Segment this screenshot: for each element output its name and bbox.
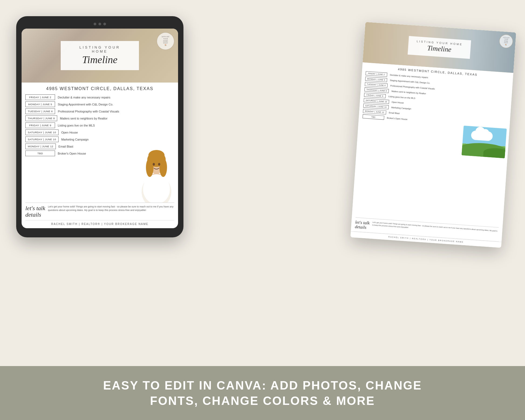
agent-line: RACHEL SMITH | REALTOR® | YOUR BROKERAGE… xyxy=(22,220,178,228)
logo-circle: LET'S GETYOURHOMESOLD!🏠 xyxy=(157,32,174,50)
right-badge-5: FRIDAY | JUNE 9 xyxy=(364,93,386,98)
right-badge-2: MONDAY | JUNE 5 xyxy=(365,77,387,82)
tablet-flyer-content: LISTING YOUR HOME Timeline LET'S GETYOUR… xyxy=(22,29,178,228)
right-badge-3: TUESDAY | JUNE 6 xyxy=(365,82,388,88)
task-5: Listing goes live on the MLS xyxy=(58,124,95,127)
bottom-banner: EASY TO EDIT IN CANVA: ADD PHOTOS, CHANG… xyxy=(0,366,525,420)
camera-dot-3 xyxy=(103,23,106,25)
right-lets-talk: let's talk details xyxy=(355,220,370,230)
svg-point-5 xyxy=(146,158,154,177)
camera-dot-2 xyxy=(98,23,101,25)
svg-point-6 xyxy=(159,158,167,177)
right-badge-4: THURSDAY | JUNE 8 xyxy=(364,87,389,93)
right-task-9: Broker's Open House xyxy=(387,117,408,121)
right-badge-6: SATURDAY | JUNE 10 xyxy=(364,98,389,104)
right-badge-1: FRIDAY | JUNE 2 xyxy=(366,71,387,77)
flyer-address: 4985 Westmont Circle, Dallas, Texas xyxy=(22,83,178,93)
tablet-device: LISTING YOUR HOME Timeline LET'S GETYOUR… xyxy=(16,16,183,237)
right-task-1: Declutter & make any necessary repairs xyxy=(390,74,428,79)
right-task-5: Listing goes live on the MLS xyxy=(388,95,415,100)
banner-text: EASY TO EDIT IN CANVA: ADD PHOTOS, CHANG… xyxy=(103,378,422,408)
timeline-row-1: FRIDAY | JUNE 2 Declutter & make any nec… xyxy=(25,94,174,100)
tablet-camera-area xyxy=(22,22,178,25)
task-8: Email Blast xyxy=(59,145,73,148)
task-3: Professional Photography with Coastal Vi… xyxy=(58,110,119,113)
date-badge-1: FRIDAY | JUNE 2 xyxy=(25,94,55,100)
right-flyer-content: LISTING YOUR HOME Timeline LET'S GETYOUR… xyxy=(350,22,516,248)
task-1: Declutter & make any necessary repairs xyxy=(58,96,110,99)
task-4: Mailers sent to neighbors by Realtor xyxy=(60,117,107,120)
svg-point-7 xyxy=(148,150,165,161)
flyer-footer: let's talk details Let's get your home s… xyxy=(22,203,178,220)
timeline-row-5: FRIDAY | JUNE 9 Listing goes live on the… xyxy=(25,122,174,128)
svg-point-9 xyxy=(158,163,160,166)
timeline-row-7: SATURDAY | JUNE 10 Marketing Campaign xyxy=(25,136,174,142)
task-7: Marketing Campaign xyxy=(61,138,89,141)
date-badge-3: TUESDAY | JUNE 6 xyxy=(25,108,55,114)
footer-description: Let's get your home sold! Things are goi… xyxy=(48,205,174,212)
date-badge-6: SATURDAY | JUNE 10 xyxy=(25,129,59,135)
house-image xyxy=(462,126,507,158)
timeline-row-6: SATURDAY | JUNE 10 Open House xyxy=(25,129,174,135)
task-6: Open House xyxy=(61,131,78,134)
timeline-row-2: MONDAY | JUNE 5 Staging Appointment with… xyxy=(25,101,174,107)
right-badge-9: TBD xyxy=(363,114,384,120)
timeline-row-3: TUESDAY | JUNE 6 Professional Photograph… xyxy=(25,108,174,114)
date-badge-5: FRIDAY | JUNE 9 xyxy=(25,122,55,128)
task-2: Staging Appointment with C&L Design Co. xyxy=(58,103,113,106)
right-timeline: FRIDAY | JUNE 2 Declutter & make any nec… xyxy=(352,70,513,228)
date-badge-4: THURSDAY | JUNE 8 xyxy=(25,115,57,121)
camera-dot-1 xyxy=(94,23,96,25)
listing-title: Timeline xyxy=(71,54,128,65)
date-badge-9: TBD xyxy=(25,151,55,156)
flyer-header-image: LISTING YOUR HOME Timeline LET'S GETYOUR… xyxy=(22,29,178,83)
right-task-3: Professional Photography with Coastal Vi… xyxy=(390,84,435,90)
right-badge-7: SATURDAY | JUNE 10 xyxy=(363,104,388,109)
date-badge-8: MONDAY | JUNE 12 xyxy=(25,144,56,149)
task-9: Broker's Open House xyxy=(58,152,86,155)
right-task-7: Marketing Campaign xyxy=(391,106,411,110)
flyer-card-right: LISTING YOUR HOME Timeline LET'S GETYOUR… xyxy=(350,22,516,248)
timeline-row-4: THURSDAY | JUNE 8 Mailers sent to neighb… xyxy=(25,115,174,121)
lets-talk-script: let's talk details xyxy=(25,205,45,218)
svg-point-2 xyxy=(143,174,170,203)
right-task-4: Mailers sent to neighbors by Realtor xyxy=(391,90,426,95)
large-timeline: FRIDAY | JUNE 2 Declutter & make any nec… xyxy=(22,93,178,203)
date-badge-7: SATURDAY | JUNE 10 xyxy=(25,136,59,142)
right-badge-8: MONDAY | JUNE 12 xyxy=(363,109,386,115)
tablet-screen: LISTING YOUR HOME Timeline LET'S GETYOUR… xyxy=(22,29,178,228)
right-task-2: Staging Appointment with C&L Design Co. xyxy=(390,79,430,84)
svg-point-8 xyxy=(153,163,155,166)
listing-subtitle: LISTING YOUR HOME xyxy=(71,45,128,53)
right-task-8: Email Blast xyxy=(389,111,400,115)
realtor-photo xyxy=(135,143,178,203)
date-badge-2: MONDAY | JUNE 5 xyxy=(25,101,55,107)
right-task-6: Open House xyxy=(391,101,404,104)
